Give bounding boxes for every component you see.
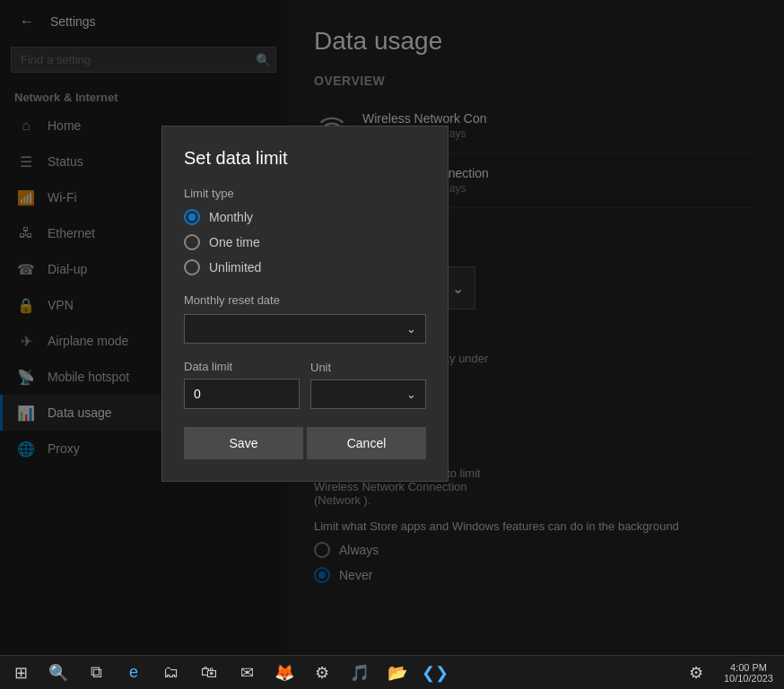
taskbar: ⊞ 🔍 ⧉ e 🗂 🛍 ✉ 🦊 ⚙ 🎵 📂 ❮❯ ⚙ 4:00 PM10/10/… <box>0 655 784 689</box>
data-limit-row: Data limit Unit ⌄ <box>184 360 426 409</box>
taskbar-time: 4:00 PM10/10/2023 <box>717 662 780 684</box>
store-button[interactable]: 🛍 <box>192 657 226 689</box>
label-monthly: Monthly <box>209 210 253 224</box>
taskbar-right: ⚙ 4:00 PM10/10/2023 <box>679 657 780 689</box>
app1-button[interactable]: ⚙ <box>305 657 339 689</box>
app2-button[interactable]: 🎵 <box>343 657 377 689</box>
task-view-button[interactable]: ⧉ <box>79 657 113 689</box>
chevron-down-icon: ⌄ <box>406 388 416 401</box>
limit-type-label: Limit type <box>184 187 426 200</box>
limit-type-radio-group: Monthly One time Unlimited <box>184 209 426 275</box>
explorer-button[interactable]: 🗂 <box>154 657 188 689</box>
radio-unlimited <box>184 259 200 275</box>
start-button[interactable]: ⊞ <box>4 657 38 689</box>
set-data-limit-modal: Set data limit Limit type Monthly One ti… <box>161 126 449 482</box>
mail-button[interactable]: ✉ <box>230 657 264 689</box>
data-limit-input-label: Data limit <box>184 360 300 373</box>
modal-overlay: Set data limit Limit type Monthly One ti… <box>0 0 784 662</box>
reset-date-label: Monthly reset date <box>184 293 426 307</box>
limit-type-unlimited[interactable]: Unlimited <box>184 259 426 275</box>
edge-button[interactable]: e <box>117 657 151 689</box>
unit-col: Unit ⌄ <box>310 361 426 409</box>
app3-button[interactable]: 📂 <box>380 657 414 689</box>
firefox-button[interactable]: 🦊 <box>267 657 301 689</box>
search-button[interactable]: 🔍 <box>41 657 75 689</box>
save-button[interactable]: Save <box>184 427 303 459</box>
label-onetime: One time <box>209 235 260 249</box>
settings-tray-button[interactable]: ⚙ <box>679 657 713 689</box>
chevron-down-icon: ⌄ <box>406 322 416 336</box>
limit-type-monthly[interactable]: Monthly <box>184 209 426 225</box>
cancel-button[interactable]: Cancel <box>307 427 426 459</box>
reset-date-dropdown[interactable]: ⌄ <box>184 314 426 344</box>
vscode-button[interactable]: ❮❯ <box>418 657 452 689</box>
data-limit-input[interactable] <box>184 379 300 409</box>
modal-title: Set data limit <box>184 148 426 169</box>
modal-buttons: Save Cancel <box>184 427 426 459</box>
data-limit-col: Data limit <box>184 360 300 409</box>
limit-type-onetime[interactable]: One time <box>184 234 426 250</box>
unit-label: Unit <box>310 361 426 374</box>
radio-onetime <box>184 234 200 250</box>
unit-dropdown[interactable]: ⌄ <box>310 379 426 409</box>
label-unlimited: Unlimited <box>209 260 261 275</box>
radio-monthly <box>184 209 200 225</box>
